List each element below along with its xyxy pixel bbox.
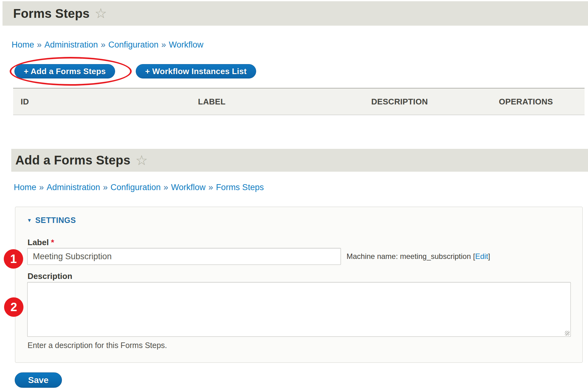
settings-legend-toggle[interactable]: ▼ SETTINGS <box>27 216 76 225</box>
save-button[interactable]: Save <box>15 372 62 388</box>
label-input[interactable] <box>27 248 341 265</box>
breadcrumb-separator: » <box>164 183 168 192</box>
screenshot-root: Forms Steps ☆ Home»Administration»Config… <box>0 0 588 389</box>
table-header-operations: OPERATIONS <box>499 97 585 107</box>
breadcrumb-link-configuration[interactable]: Configuration <box>110 183 161 192</box>
collapse-arrow-icon: ▼ <box>27 218 32 223</box>
add-forms-steps-button[interactable]: + Add a Forms Steps <box>14 64 115 78</box>
breadcrumb: Home»Administration»Configuration»Workfl… <box>12 40 203 50</box>
label-field-label: Label* <box>28 238 54 247</box>
annotation-step-2-badge: 2 <box>4 297 23 317</box>
bracket-close: ] <box>488 252 490 260</box>
breadcrumb-link-configuration[interactable]: Configuration <box>108 40 159 49</box>
machine-name-line: Machine name: meeting_subscription[Edit] <box>347 252 490 261</box>
machine-name-text: Machine name: meeting_subscription <box>347 252 471 260</box>
settings-legend-label: SETTINGS <box>35 216 76 225</box>
breadcrumb-link-workflow[interactable]: Workflow <box>171 183 206 192</box>
breadcrumb-separator: » <box>208 183 213 192</box>
table-header-description: DESCRIPTION <box>371 97 499 107</box>
favorite-star-icon[interactable]: ☆ <box>135 154 148 167</box>
textarea-resize-handle[interactable] <box>565 331 570 336</box>
workflow-instances-list-button[interactable]: + Workflow Instances List <box>136 64 256 78</box>
breadcrumb-link-home[interactable]: Home <box>12 40 34 49</box>
breadcrumb-separator: » <box>103 183 108 192</box>
machine-name-edit-link[interactable]: Edit <box>475 252 488 260</box>
breadcrumb-separator: » <box>101 40 105 49</box>
list-page-title-bar: Forms Steps ☆ <box>3 1 588 26</box>
description-textarea[interactable] <box>27 282 571 337</box>
breadcrumb-link-administration[interactable]: Administration <box>44 40 98 49</box>
page-title-text: Forms Steps <box>13 7 90 21</box>
table-header-label: LABEL <box>198 97 371 107</box>
breadcrumb-link-administration[interactable]: Administration <box>47 183 100 192</box>
breadcrumb-link-home[interactable]: Home <box>14 183 36 192</box>
label-text: Description <box>28 271 72 281</box>
annotation-step-1-badge: 1 <box>4 249 23 269</box>
forms-steps-table-header: ID LABEL DESCRIPTION OPERATIONS <box>13 88 585 115</box>
page-title: Forms Steps ☆ <box>3 7 107 21</box>
breadcrumb-separator: » <box>37 40 42 49</box>
required-marker: * <box>51 238 54 247</box>
add-page-title-bar: Add a Forms Steps ☆ <box>11 149 588 172</box>
breadcrumb: Home»Administration»Configuration»Workfl… <box>14 182 264 192</box>
breadcrumb-link-forms-steps[interactable]: Forms Steps <box>216 183 264 192</box>
favorite-star-icon[interactable]: ☆ <box>95 7 107 20</box>
page-title-text: Add a Forms Steps <box>15 153 130 167</box>
page-title: Add a Forms Steps ☆ <box>11 153 148 167</box>
description-field-label: Description <box>28 271 72 281</box>
breadcrumb-link-workflow[interactable]: Workflow <box>169 40 204 49</box>
description-help-text: Enter a description for this Forms Steps… <box>28 341 167 350</box>
table-header-id: ID <box>13 97 198 107</box>
breadcrumb-separator: » <box>161 40 166 49</box>
breadcrumb-separator: » <box>39 183 44 192</box>
label-text: Label <box>28 238 49 247</box>
